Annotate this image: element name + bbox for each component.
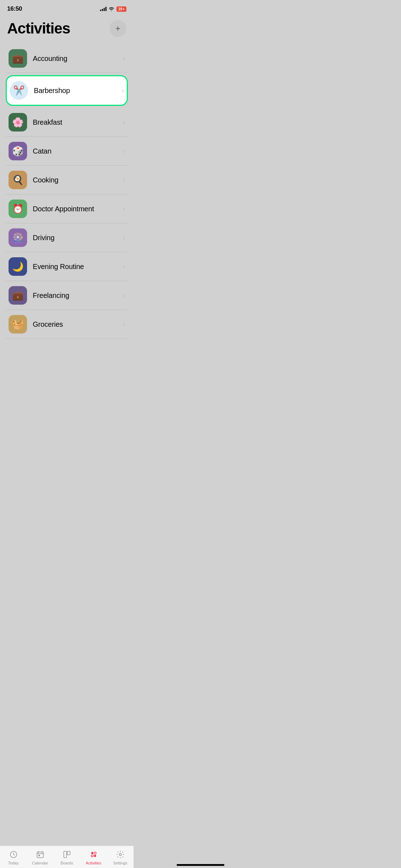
activity-name-groceries: Groceries bbox=[33, 320, 123, 329]
activity-icon-groceries: 🧺 bbox=[9, 315, 27, 334]
activity-name-freelancing: Freelancing bbox=[33, 291, 123, 300]
activity-item-accounting[interactable]: 💼 Accounting › bbox=[6, 44, 128, 73]
activity-icon-evening: 🌙 bbox=[9, 257, 27, 276]
chevron-icon-cooking: › bbox=[123, 176, 125, 184]
activity-name-cooking: Cooking bbox=[33, 176, 123, 184]
activity-icon-cooking: 🍳 bbox=[9, 171, 27, 189]
activity-icon-driving: 🎡 bbox=[9, 228, 27, 247]
activity-name-doctor: Doctor Appointment bbox=[33, 205, 123, 213]
status-time: 16:50 bbox=[7, 5, 22, 12]
activity-icon-accounting: 💼 bbox=[9, 49, 27, 68]
activity-icon-doctor: ⏰ bbox=[9, 200, 27, 218]
activity-icon-catan: 🎲 bbox=[9, 142, 27, 160]
page-title: Activities bbox=[7, 20, 70, 37]
add-activity-button[interactable]: + bbox=[109, 20, 126, 37]
activity-name-catan: Catan bbox=[33, 147, 123, 155]
chevron-icon-barbershop: › bbox=[122, 87, 124, 94]
plus-icon: + bbox=[115, 24, 120, 33]
activity-name-accounting: Accounting bbox=[33, 55, 123, 63]
chevron-icon-doctor: › bbox=[123, 205, 125, 213]
activity-name-barbershop: Barbershop bbox=[34, 87, 122, 95]
chevron-icon-driving: › bbox=[123, 234, 125, 242]
activities-container: 💼 Accounting › ✂️ Barbershop › 🌸 Breakfa… bbox=[0, 44, 134, 339]
status-bar: 16:50 19+ bbox=[0, 0, 134, 16]
chevron-icon-freelancing: › bbox=[123, 292, 125, 299]
activity-icon-freelancing: 💼 bbox=[9, 286, 27, 305]
page-header: Activities + bbox=[0, 16, 134, 44]
chevron-icon-evening: › bbox=[123, 263, 125, 270]
activity-item-doctor[interactable]: ⏰ Doctor Appointment › bbox=[6, 195, 128, 223]
wifi-icon bbox=[109, 7, 114, 11]
activity-item-cooking[interactable]: 🍳 Cooking › bbox=[6, 166, 128, 195]
activity-name-breakfast: Breakfast bbox=[33, 118, 123, 126]
signal-icon bbox=[100, 7, 106, 11]
chevron-icon-catan: › bbox=[123, 148, 125, 155]
activities-list: 💼 Accounting › ✂️ Barbershop › 🌸 Breakfa… bbox=[0, 44, 134, 374]
activity-item-catan[interactable]: 🎲 Catan › bbox=[6, 137, 128, 166]
activity-item-breakfast[interactable]: 🌸 Breakfast › bbox=[6, 108, 128, 137]
activity-icon-barbershop: ✂️ bbox=[10, 81, 28, 100]
activity-item-barbershop[interactable]: ✂️ Barbershop › bbox=[6, 75, 128, 106]
activity-name-driving: Driving bbox=[33, 234, 123, 242]
status-icons: 19+ bbox=[100, 6, 126, 12]
activity-item-freelancing[interactable]: 💼 Freelancing › bbox=[6, 281, 128, 310]
battery-icon: 19+ bbox=[116, 6, 126, 12]
chevron-icon-breakfast: › bbox=[123, 119, 125, 126]
activity-item-groceries[interactable]: 🧺 Groceries › bbox=[6, 310, 128, 339]
activity-name-evening: Evening Routine bbox=[33, 263, 123, 271]
activity-item-driving[interactable]: 🎡 Driving › bbox=[6, 223, 128, 252]
activity-icon-breakfast: 🌸 bbox=[9, 113, 27, 131]
chevron-icon-accounting: › bbox=[123, 55, 125, 62]
chevron-icon-groceries: › bbox=[123, 321, 125, 328]
activity-item-evening[interactable]: 🌙 Evening Routine › bbox=[6, 252, 128, 281]
